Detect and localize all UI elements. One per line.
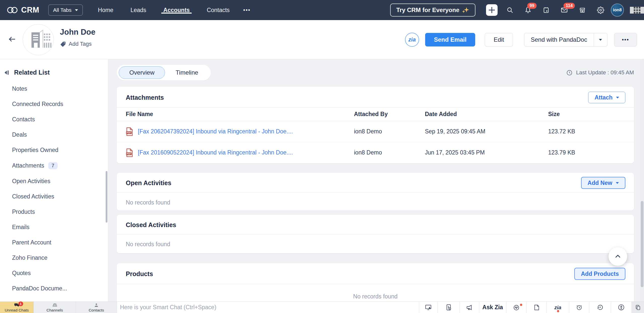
table-row[interactable]: PDF [Fax 2016090522024] Inbound via Ring… xyxy=(117,142,634,163)
nav-tab-contacts[interactable]: Contacts xyxy=(205,7,232,14)
add-tags-button[interactable]: Add Tags xyxy=(60,41,95,47)
chevron-up-icon xyxy=(614,253,622,260)
pulse-icon[interactable] xyxy=(506,302,526,313)
scroll-to-top-button[interactable] xyxy=(609,247,627,266)
alarm-icon[interactable] xyxy=(569,302,589,313)
sparkles-icon xyxy=(462,7,469,14)
products-title: Products xyxy=(126,270,153,278)
back-icon[interactable] xyxy=(8,35,17,43)
screen-share-icon[interactable] xyxy=(419,302,437,313)
sidebar-item-closed-activities[interactable]: Closed Activities xyxy=(0,189,108,204)
calendar-icon[interactable] xyxy=(542,6,550,14)
accessibility-icon[interactable] xyxy=(611,302,631,313)
unread-chats-label: Unread Chats xyxy=(5,308,29,312)
open-activities-section: Open Activities Add New No records found xyxy=(117,173,634,211)
try-crm-label: Try CRM for Everyone xyxy=(396,7,459,14)
apps-grid-icon[interactable] xyxy=(630,7,644,14)
sidebar-item-zoho-finance[interactable]: Zoho Finance xyxy=(0,250,108,266)
megaphone-icon[interactable] xyxy=(459,302,479,313)
guide-icon[interactable] xyxy=(437,302,459,313)
attach-button[interactable]: Attach xyxy=(588,92,625,103)
user-avatar[interactable]: ion8 xyxy=(611,4,624,17)
bell-icon[interactable]: 99 xyxy=(524,6,532,14)
sidebar-scrollbar[interactable] xyxy=(106,171,107,223)
empty-state-text: No records found xyxy=(117,284,634,301)
nav-tab-leads[interactable]: Leads xyxy=(129,7,148,14)
chat-bubbles-icon: 1 xyxy=(14,303,20,308)
ask-zia-button[interactable]: Ask Zia xyxy=(479,302,506,313)
tab-timeline[interactable]: Timeline xyxy=(165,66,209,79)
sidebar-item-contacts[interactable]: Contacts xyxy=(0,112,108,127)
contacts-tab[interactable]: Contacts xyxy=(76,302,117,313)
sidebar-item-emails[interactable]: Emails xyxy=(0,220,108,235)
closed-activities-section: Closed Activities No records found xyxy=(117,215,634,253)
pdf-icon: PDF xyxy=(126,127,133,136)
zia-icon[interactable]: zia xyxy=(405,33,419,47)
building-icon xyxy=(23,24,54,55)
attachment-file-link[interactable]: [Fax 2016090522024] Inbound via Ringcent… xyxy=(138,149,293,156)
zia-icon[interactable]: zia xyxy=(546,302,569,313)
date-added-value: Jun 17, 2025 03:45 PM xyxy=(425,142,548,163)
nav-tab-home[interactable]: Home xyxy=(96,7,115,14)
add-products-button[interactable]: Add Products xyxy=(574,268,625,280)
sidebar-item-connected-records[interactable]: Connected Records xyxy=(0,96,108,112)
table-row[interactable]: PDF [Fax 2062047392024] Inbound via Ring… xyxy=(117,121,634,142)
sidebar-item-properties-owned[interactable]: Properties Owned xyxy=(0,142,108,158)
app-logo[interactable]: CRM xyxy=(7,6,39,15)
mail-icon[interactable]: 114 xyxy=(560,6,568,14)
attachments-section: Attachments Attach File Name Attached By… xyxy=(117,87,634,163)
history-icon[interactable] xyxy=(589,302,611,313)
add-new-label: Add New xyxy=(588,180,612,186)
quick-create-button[interactable] xyxy=(486,4,498,16)
sidebar-item-parent-account[interactable]: Parent Account xyxy=(0,235,108,250)
chevron-down-icon xyxy=(616,182,619,184)
attach-label: Attach xyxy=(594,94,613,101)
pandadoc-dropdown-icon[interactable] xyxy=(594,33,607,46)
ask-zia-label: Ask Zia xyxy=(482,304,503,311)
sidebar-item-quotes[interactable]: Quotes xyxy=(0,266,108,281)
size-value: 123.79 KB xyxy=(548,142,634,163)
send-email-button[interactable]: Send Email xyxy=(425,33,475,46)
note-icon[interactable] xyxy=(526,302,546,313)
attached-by-value: ion8 Demo xyxy=(354,121,425,142)
collapse-panel-icon[interactable] xyxy=(4,70,10,76)
mail-badge: 114 xyxy=(564,3,575,9)
more-tabs-button[interactable]: ••• xyxy=(243,7,251,14)
add-new-button[interactable]: Add New xyxy=(581,177,625,189)
sidebar-item-products[interactable]: Products xyxy=(0,204,108,220)
header-more-button[interactable]: ••• xyxy=(614,33,637,46)
sidebar-item-pandadoc-documents[interactable]: PandaDoc Docume... xyxy=(0,281,108,296)
sidebar-item-attachments[interactable]: Attachments 7 xyxy=(0,158,108,174)
unread-chats-tab[interactable]: 1 Unread Chats xyxy=(0,302,34,313)
edit-button[interactable]: Edit xyxy=(485,33,513,46)
channels-label: Channels xyxy=(47,308,63,312)
main-content: Overview Timeline Last Update : 09:45 AM… xyxy=(108,59,644,301)
tab-overview[interactable]: Overview xyxy=(119,66,165,79)
search-icon[interactable] xyxy=(506,6,514,14)
unread-count-badge: 1 xyxy=(18,301,23,306)
attachment-file-link[interactable]: [Fax 2062047392024] Inbound via Ringcent… xyxy=(138,128,293,135)
send-with-pandadoc-button[interactable]: Send with PandaDoc xyxy=(524,33,608,46)
attachments-count-badge: 7 xyxy=(48,162,58,169)
gear-icon[interactable] xyxy=(597,6,604,14)
page-scrollbar[interactable] xyxy=(641,201,643,287)
nav-tab-accounts[interactable]: Accounts xyxy=(161,7,192,14)
sidebar-item-notes[interactable]: Notes xyxy=(0,81,108,96)
pandadoc-label[interactable]: Send with PandaDoc xyxy=(524,33,594,46)
open-activities-title: Open Activities xyxy=(126,179,171,187)
avatar-label: ion8 xyxy=(613,8,622,13)
notification-badge: 99 xyxy=(527,3,537,9)
account-avatar xyxy=(23,24,54,55)
copy-icon[interactable] xyxy=(631,302,644,313)
try-crm-button[interactable]: Try CRM for Everyone xyxy=(390,4,475,17)
smart-chat-input[interactable]: Here is your Smart Chat (Ctrl+Space) xyxy=(117,302,419,313)
all-tabs-dropdown[interactable]: All Tabs xyxy=(48,5,83,16)
top-navbar: CRM All Tabs Home Leads Accounts Contact… xyxy=(0,0,644,20)
store-icon[interactable] xyxy=(579,6,586,14)
sidebar-item-open-activities[interactable]: Open Activities xyxy=(0,174,108,189)
channels-tab[interactable]: Channels xyxy=(34,302,76,313)
clock-icon xyxy=(566,69,573,76)
last-update: Last Update : 09:45 AM xyxy=(566,69,634,76)
sidebar-item-deals[interactable]: Deals xyxy=(0,127,108,142)
all-tabs-label: All Tabs xyxy=(53,7,71,13)
